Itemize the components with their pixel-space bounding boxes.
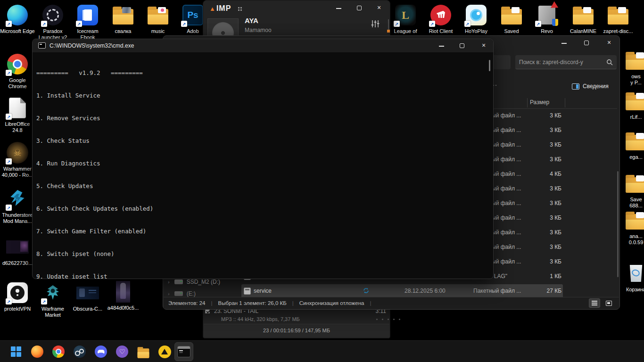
- aimp-menu-grid-icon[interactable]: [238, 7, 239, 8]
- shortcut-arrow-icon: ↗: [429, 21, 435, 27]
- shortcut-arrow-icon: ↗: [181, 21, 187, 27]
- desktop-icon-image-a484[interactable]: a484d0f0c5...: [106, 280, 140, 311]
- view-mode-buttons: [589, 298, 614, 308]
- desktop-icon-league-of-legends[interactable]: L↗ League of: [388, 4, 423, 34]
- shortcut-arrow-icon: ↗: [76, 21, 82, 27]
- cmd-minimize-button[interactable]: [439, 46, 444, 47]
- taskbar-chrome[interactable]: [49, 342, 68, 361]
- status-sync[interactable]: Синхронизация отложена: [299, 300, 364, 306]
- cmd-window[interactable]: C:\WINDOWS\system32\cmd.exe × ========= …: [32, 39, 494, 279]
- details-view-button[interactable]: [589, 298, 600, 308]
- start-button[interactable]: [7, 342, 25, 361]
- desktop-icon-recycle-bin[interactable]: Корзина: [619, 262, 644, 293]
- desktop-icon-icecream-ebook[interactable]: ↗ Icecream Ebook: [70, 4, 105, 41]
- cmd-line: 7. Switch Game Filter (enabled): [36, 228, 484, 235]
- chevron-right-icon[interactable]: ›: [168, 291, 170, 296]
- desktop-icon-zapret-folder[interactable]: zapret-disc...: [601, 4, 636, 34]
- desktop-icon-paradox-launcher[interactable]: ↗ Paradox Launcher v2: [35, 4, 70, 41]
- equalizer-icon[interactable]: [371, 20, 380, 30]
- shortcut-arrow-icon: ↗: [6, 158, 12, 165]
- desktop-icon-revo-uninstaller[interactable]: ↗ Revo: [529, 4, 564, 34]
- taskbar-terminal-active[interactable]: [174, 342, 193, 361]
- cmd-close-button[interactable]: ×: [479, 42, 488, 49]
- desktop-icon-music-folder[interactable]: music: [140, 4, 175, 34]
- aimp-minimize-button[interactable]: [336, 8, 341, 9]
- desktop-icon-label: a484d0f0c5...: [107, 305, 139, 311]
- taskbar-heart-app[interactable]: ♡: [113, 342, 132, 361]
- terminal-icon: [177, 346, 190, 357]
- cmd-scrollbar[interactable]: [489, 60, 490, 71]
- search-icon[interactable]: [606, 59, 613, 66]
- desktop-icon-partial-folder[interactable]: rLif...: [619, 90, 644, 120]
- status-separator: |: [292, 300, 294, 306]
- file-size: 3 КБ: [521, 229, 561, 236]
- desktop-icon-riot-client[interactable]: ↗ Riot Client: [423, 4, 458, 34]
- folder-icon: [626, 177, 644, 193]
- desktop-icon-label: Microsoft Edge: [0, 28, 34, 34]
- taskbar-firefox[interactable]: [28, 342, 47, 361]
- desktop-icon-image-d62622730[interactable]: d62622730...: [0, 236, 35, 266]
- folder-icon: [626, 214, 644, 230]
- desktop-icon-protektvpn[interactable]: ↗ protektVPN: [0, 281, 35, 312]
- desktop-icon-google-chrome[interactable]: ↗ Google Chrome: [0, 53, 35, 90]
- folder-icon: [113, 9, 133, 25]
- recycle-bin-icon: [629, 265, 643, 282]
- desktop-icon-hoyoplay[interactable]: ↗ HoYoPlay: [459, 4, 494, 34]
- desktop-icon-calanmine-folder[interactable]: CalanMINE: [566, 4, 601, 34]
- desktop-icon-partial-folder[interactable]: Save 688...: [619, 172, 644, 209]
- rating-dots[interactable]: [376, 319, 378, 320]
- cmd-line: 8. Switch ipset (none): [36, 250, 484, 258]
- desktop-icon-label: Thunderstore Mod Mana...: [0, 212, 35, 224]
- cmd-output[interactable]: ========= v1.9.2 ========= 1. Install Se…: [36, 54, 484, 277]
- taskbar-aimp[interactable]: [155, 342, 174, 361]
- column-separator[interactable]: [527, 98, 528, 107]
- chevron-right-icon[interactable]: ›: [168, 279, 170, 285]
- column-separator[interactable]: [565, 98, 565, 107]
- volume-slider-handle[interactable]: [387, 30, 390, 33]
- volume-slider[interactable]: [388, 19, 389, 33]
- desktop-icon-partial-folder[interactable]: ega...: [619, 130, 644, 160]
- size-column-header[interactable]: Размер: [530, 99, 549, 106]
- desktop-icon-microsoft-edge[interactable]: ↗ Microsoft Edge: [0, 4, 35, 34]
- taskbar-steam[interactable]: [70, 342, 89, 361]
- status-selected: Выбран 1 элемент: 26,0 КБ: [218, 300, 286, 306]
- explorer-minimize-button[interactable]: [561, 43, 567, 44]
- aimp-close-button[interactable]: ×: [375, 4, 383, 11]
- sidebar-item-drive-d[interactable]: ›SSD_M2 (D:): [168, 279, 239, 285]
- aimp-logo-mark: ▲: [209, 5, 216, 12]
- aimp-maximize-button[interactable]: [357, 6, 362, 10]
- desktop-icon-libreoffice[interactable]: ↗ LibreOffice 24.8: [0, 97, 35, 133]
- taskbar-discord[interactable]: [91, 342, 110, 361]
- desktop-icon-partial-folder[interactable]: ana... 0.0.59: [619, 209, 644, 246]
- desktop-icon-partial-folder[interactable]: ows y P...: [619, 49, 644, 86]
- explorer-close-button[interactable]: ×: [605, 39, 613, 46]
- cmd-maximize-button[interactable]: [460, 43, 464, 48]
- shortcut-arrow-icon: ↗: [394, 21, 400, 27]
- file-size: 27 КБ: [521, 288, 561, 294]
- shortcut-arrow-icon: ↗: [41, 298, 47, 304]
- desktop-icon-label: Revo: [541, 28, 553, 34]
- desktop-icon-warframe-market[interactable]: ↗ Warframe Market: [35, 281, 70, 318]
- sidebar-item-drive-e[interactable]: ›(E:): [168, 290, 239, 297]
- large-icons-view-button[interactable]: [603, 298, 614, 308]
- file-size: 3 КБ: [521, 127, 561, 133]
- cmd-line: 9. Update ipset list: [36, 273, 484, 279]
- file-row-selected[interactable]: service 28.12.2025 6:00 Пакетный файл ..…: [241, 284, 563, 298]
- cmd-title-bar[interactable]: C:\WINDOWS\system32\cmd.exe ×: [33, 39, 493, 52]
- desktop-icon-thunderstore[interactable]: ↗ Thunderstore Mod Mana...: [0, 188, 35, 224]
- desktop-icon-svalka-folder[interactable]: свалка: [106, 4, 140, 34]
- folder-icon: [501, 9, 522, 25]
- desktop-icon-saved-folder[interactable]: Saved: [494, 4, 529, 34]
- sync-status-icon: [363, 288, 369, 295]
- file-size: 3 КБ: [521, 185, 561, 192]
- taskbar-file-explorer[interactable]: [134, 342, 153, 361]
- search-input[interactable]: Поиск в: zapret-discord-y: [515, 55, 617, 69]
- details-pane-button[interactable]: Сведения: [572, 80, 609, 93]
- desktop-icon-warhammer[interactable]: ☠↗ Warhammer 40,000 - Ro...: [0, 141, 35, 178]
- explorer-maximize-button[interactable]: [584, 41, 589, 45]
- playlist-track-info-row: MP3 :: 44 kHz, 320 kbps, 7,37 МБ: [221, 316, 386, 322]
- desktop-icon-image-obscura[interactable]: Obscura-C...: [70, 281, 105, 312]
- file-list-scrollbar[interactable]: [617, 171, 619, 277]
- track-artist: Mamamoo: [245, 27, 272, 33]
- file-size: 3 КБ: [521, 258, 561, 265]
